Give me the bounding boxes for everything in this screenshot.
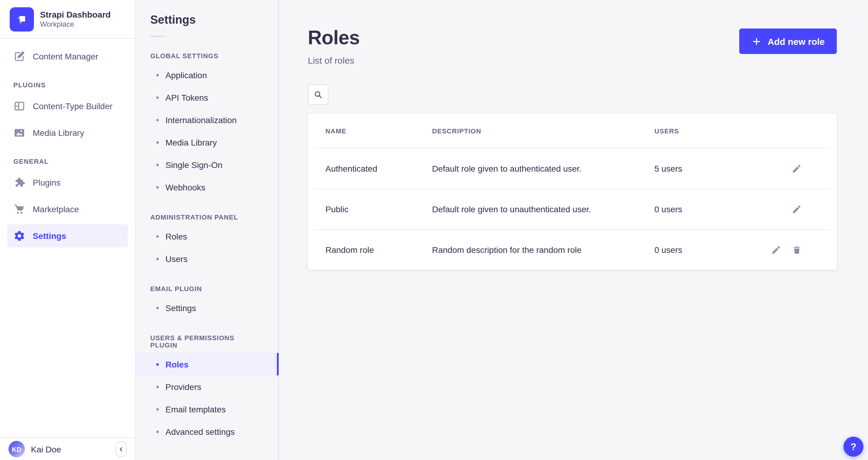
role-name: Public [317,204,424,214]
divider [150,36,165,37]
settings-item-label: Application [165,70,207,80]
workspace-switcher[interactable]: Strapi Dashboard Workplace [0,0,135,38]
section-users-permissions-plugin: USERS & PERMISSIONS PLUGIN [150,334,264,349]
sidebar-item-label: Content Manager [33,52,98,61]
settings-item-advanced-settings[interactable]: Advanced settings [136,420,278,443]
role-users-count: 5 users [647,164,749,173]
pencil-icon [792,204,802,214]
settings-item-email-settings[interactable]: Settings [136,296,278,319]
settings-item-up-roles[interactable]: Roles [136,353,278,375]
sidebar-item-label: Content-Type Builder [33,101,113,111]
sidebar-item-plugins[interactable]: Plugins [7,171,128,194]
bullet-icon [156,363,159,365]
row-actions [749,245,827,255]
table-row-public[interactable]: Public Default role given to unauthentic… [308,189,837,229]
sidebar-item-settings[interactable]: Settings [7,224,128,248]
settings-item-label: Advanced settings [165,427,235,436]
nav-section-plugins: PLUGINS [7,81,128,89]
strapi-logo-icon [10,7,34,32]
add-new-role-button[interactable]: Add new role [739,29,837,54]
settings-item-application[interactable]: Application [136,64,278,86]
main-content: Roles List of roles Add new role [279,0,868,460]
workspace-name: Workplace [40,20,111,30]
collapse-sidebar-button[interactable] [116,441,127,457]
settings-item-media-library[interactable]: Media Library [136,131,278,153]
role-description: Default role given to unauthenticated us… [424,204,647,214]
bullet-icon [156,74,159,76]
settings-item-label: Settings [165,303,196,313]
roles-table: NAME DESCRIPTION USERS Authenticated Def… [308,113,837,270]
pencil-icon [792,164,802,173]
page-header-titles: Roles List of roles [308,27,360,65]
add-new-role-label: Add new role [768,36,825,47]
app-title: Strapi Dashboard [40,9,111,20]
bullet-icon [156,164,159,166]
sidebar-item-label: Plugins [33,178,61,188]
page-title: Roles [308,27,360,49]
settings-item-single-sign-on[interactable]: Single Sign-On [136,153,278,176]
role-name: Random role [317,245,424,255]
settings-nav-title: Settings [136,13,278,27]
bullet-icon [156,96,159,98]
section-global-settings: GLOBAL SETTINGS [150,52,264,59]
column-header-name: NAME [317,127,424,134]
bullet-icon [156,257,159,260]
edit-role-button[interactable] [771,245,781,255]
avatar[interactable]: KD [8,441,25,457]
workspace-info: Strapi Dashboard Workplace [40,9,111,30]
role-users-count: 0 users [647,204,749,214]
settings-item-providers[interactable]: Providers [136,375,278,398]
section-administration-panel: ADMINISTRATION PANEL [150,213,264,221]
main-nav-list: Content Manager PLUGINS Content-Type Bui… [0,38,135,437]
help-button[interactable]: ? [843,437,864,457]
settings-item-admin-users[interactable]: Users [136,248,278,270]
main-sidebar: Strapi Dashboard Workplace Content Manag… [0,0,136,460]
settings-item-label: API Tokens [165,92,208,102]
user-name: Kai Doe [31,444,61,454]
settings-item-webhooks[interactable]: Webhooks [136,176,278,198]
delete-role-button[interactable] [792,245,802,255]
column-header-description: DESCRIPTION [424,127,647,134]
edit-role-button[interactable] [792,204,802,214]
role-users-count: 0 users [647,245,749,255]
sidebar-item-content-manager[interactable]: Content Manager [7,45,128,68]
settings-item-label: Users [165,254,188,263]
nav-section-general: GENERAL [7,158,128,165]
strapi-dashboard: Strapi Dashboard Workplace Content Manag… [0,0,868,460]
settings-item-label: Single Sign-On [165,160,222,170]
settings-item-admin-roles[interactable]: Roles [136,225,278,248]
role-description: Default role given to authenticated user… [424,164,647,173]
role-description: Random description for the random role [424,245,647,255]
table-row-authenticated[interactable]: Authenticated Default role given to auth… [308,149,837,189]
sidebar-item-label: Marketplace [33,204,79,214]
plugins-icon [13,176,26,189]
row-actions [749,204,827,214]
trash-icon [792,245,802,255]
bullet-icon [156,141,159,143]
bullet-icon [156,408,159,410]
marketplace-icon [13,203,26,215]
sidebar-item-marketplace[interactable]: Marketplace [7,198,128,221]
settings-item-label: Webhooks [165,182,206,192]
settings-item-email-templates[interactable]: Email templates [136,398,278,420]
edit-role-button[interactable] [792,164,802,173]
bullet-icon [156,186,159,188]
sidebar-item-media-library[interactable]: Media Library [7,121,128,144]
page-subtitle: List of roles [308,55,360,65]
search-button[interactable] [308,84,329,105]
pencil-icon [771,245,781,255]
row-actions [749,164,827,173]
table-toolbar [279,84,868,105]
bullet-icon [156,119,159,121]
bullet-icon [156,385,159,388]
settings-item-internationalization[interactable]: Internationalization [136,109,278,131]
settings-item-api-tokens[interactable]: API Tokens [136,86,278,109]
settings-item-label: Providers [165,382,201,392]
settings-item-label: Roles [165,359,188,369]
section-email-plugin: EMAIL PLUGIN [150,285,264,292]
role-name: Authenticated [317,164,424,173]
sidebar-item-content-type-builder[interactable]: Content-Type Builder [7,95,128,118]
page-header: Roles List of roles Add new role [279,0,868,65]
table-row-random-role[interactable]: Random role Random description for the r… [308,230,837,270]
chevron-left-icon [118,446,124,452]
